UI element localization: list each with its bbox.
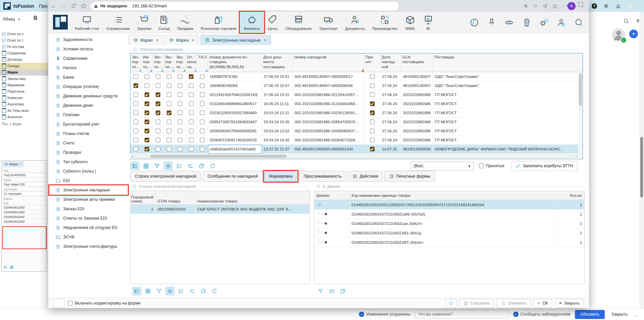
gln-cell[interactable]: 2021023981686: [401, 90, 433, 99]
row-checkbox[interactable]: [145, 129, 149, 133]
row-checkbox[interactable]: [189, 83, 194, 88]
doc-tree-item[interactable]: Заказы мар: [0, 76, 48, 82]
close-tab-icon[interactable]: ✕: [263, 38, 267, 43]
sidebar-item-2[interactable]: Условия оплаты: [50, 44, 127, 54]
sidebar-item-11[interactable]: Планы счетов: [50, 129, 127, 138]
tree-row[interactable]: 0144810012002435112505291726012431030035…: [314, 200, 584, 210]
tree-column-header[interactable]: Код маркировки единицы товара: [350, 191, 557, 200]
checkbox[interactable]: [2, 39, 6, 42]
table-row[interactable]: 032301265915931708946029.03.24 12:11002-…: [130, 108, 583, 118]
doc-date-cell[interactable]: 27.06.24 10:31: [262, 90, 293, 99]
doc-tree-item[interactable]: Комиссии: [0, 95, 48, 101]
settings-gears-icon[interactable]: [539, 18, 549, 27]
doc-tree-item[interactable]: Марки: [0, 69, 48, 76]
supplier-cell[interactable]: ГП МОГОСТ: [433, 108, 583, 118]
doc-tree-item[interactable]: Аа Типы анал: [0, 107, 48, 114]
row-checkbox[interactable]: [145, 120, 149, 124]
column-header-2[interactable]: Им-пор-ти-…: [142, 53, 153, 72]
row-checkbox[interactable]: [133, 120, 138, 124]
doc-number-cell[interactable]: 0206407230917453316015: [208, 136, 262, 145]
module-1[interactable]: Рабочий стол: [71, 12, 103, 33]
share-icon[interactable]: [542, 3, 548, 9]
invoice-date-cell[interactable]: 14.07.25: [380, 145, 401, 154]
checkbox[interactable]: [2, 32, 6, 36]
collapse-icon[interactable]: [132, 184, 137, 189]
invoice-number-cell[interactable]: 002-2021023981686-03230126591…: [293, 108, 364, 118]
sidebar-item-22[interactable]: ЭСЧФ: [50, 232, 127, 242]
module-4[interactable]: Склад: [155, 12, 173, 33]
sidebar-item-21[interactable]: Уведомления об отгрузке ED: [50, 223, 127, 232]
supplier-cell[interactable]: ГП МОГОСТ: [433, 127, 583, 136]
page-scrollbar[interactable]: [639, 12, 644, 320]
row-checkbox[interactable]: [133, 101, 138, 106]
tree-row[interactable]: 0104810012002437212U50Zzax□93h2=r1: [314, 219, 584, 228]
row-checkbox[interactable]: [167, 110, 171, 115]
row-checkbox[interactable]: [189, 129, 194, 133]
row-checkbox[interactable]: [156, 92, 160, 97]
doc-number-cell[interactable]: 0212941935704611836140(: [208, 90, 262, 99]
row-checkbox[interactable]: [133, 138, 138, 142]
row-checkbox[interactable]: [200, 74, 205, 79]
doc-date-cell[interactable]: 27.06.24 15:57: [262, 81, 293, 90]
invoice-date-cell[interactable]: 27.06.24: [380, 72, 401, 81]
module-10[interactable]: Транспорт: [315, 12, 341, 33]
table-row[interactable]: 020650606379949305828129.03.24 13:22002-…: [130, 127, 583, 136]
row-checkbox[interactable]: [156, 110, 160, 115]
fullscreen-icon[interactable]: [578, 1, 584, 7]
row-checkbox[interactable]: [167, 120, 171, 124]
settings-gear-icon[interactable]: [165, 287, 175, 295]
sidebar-item-9[interactable]: Платежи: [50, 110, 127, 120]
gln-cell[interactable]: 4810012900030: [401, 145, 433, 154]
change-comment-input[interactable]: [415, 310, 508, 319]
sidebar-item-13[interactable]: Проводки: [50, 148, 127, 157]
doc-tree-item[interactable]: Справочник: [0, 50, 48, 56]
doc-date-cell[interactable]: 29.03.24 13:22: [262, 127, 293, 136]
column-header-4[interactable]: Экс-пор-ти-…: [164, 53, 175, 72]
invoice-number-cell[interactable]: 002-4819000140007-0000000017: [293, 72, 364, 81]
row-checkbox[interactable]: [189, 138, 194, 142]
doc-number-cell[interactable]: 0323012659159317089460: [208, 108, 262, 118]
column-header-7[interactable]: ТН-2: [197, 53, 208, 72]
sidebar-item-6[interactable]: Операции (платеж): [50, 82, 127, 91]
row-checkbox[interactable]: [156, 138, 160, 142]
expand-all-icon[interactable]: [338, 287, 347, 295]
table-horizontal-scrollbar[interactable]: ◂ ▸: [130, 154, 578, 158]
sidebar-item-10[interactable]: Бухгалтерский учет: [50, 120, 127, 129]
tree-column-header[interactable]: Кол-во: [557, 191, 584, 200]
collapse-icon[interactable]: [316, 184, 321, 189]
view-list-icon[interactable]: [130, 162, 140, 170]
sidebar-item-12[interactable]: Счета: [50, 138, 127, 148]
column-header-1[interactable]: Экс-пор-ти-…: [130, 53, 142, 72]
supplier-cell[interactable]: ГП МОГОСТ: [433, 136, 583, 145]
url-text[interactable]: 192.168.42.5/main: [132, 4, 167, 8]
back-icon[interactable]: ←: [48, 3, 58, 9]
row-checkbox[interactable]: [189, 92, 194, 97]
sidebar-item-23[interactable]: Электронные счета-фактуры: [50, 242, 127, 251]
open-window-icon[interactable]: [197, 162, 206, 170]
row-checkbox[interactable]: [167, 92, 171, 97]
sidebar-item-3[interactable]: $Справочники: [50, 54, 127, 63]
line-row[interactable]: 14810268031939СЫР БРЕСТ-ЛИТОВСК 45% ВЫДЕ…: [130, 205, 310, 214]
column-header-11[interactable]: При-нят: [364, 53, 380, 72]
invoice-number-cell[interactable]: 002-2021023981686-01316693468…: [293, 99, 364, 108]
settings-gear-icon[interactable]: [603, 3, 609, 9]
settings-gear-icon[interactable]: [163, 162, 173, 170]
column-header-8[interactable]: Номер документа по-ставщика(BLRWBL/BLRDL…: [208, 53, 262, 72]
gln-cell[interactable]: 4819000140007: [401, 81, 433, 90]
tree-collapse-icon[interactable]: [317, 202, 322, 207]
table-vertical-scrollbar[interactable]: [578, 72, 583, 159]
security-badge[interactable]: Не защищено: [100, 4, 127, 8]
line-column-header[interactable]: Порядковый номер: [130, 191, 156, 204]
row-checkbox[interactable]: [167, 147, 171, 151]
row-checkbox[interactable]: [145, 74, 149, 79]
doc-date-cell[interactable]: 27.06.24 15:51: [262, 72, 293, 81]
row-checkbox[interactable]: [200, 110, 205, 115]
accepted-checkbox[interactable]: [370, 74, 375, 79]
tree-row[interactable]: 0104810012002437212U50ZzaW□93c%Dj1: [314, 210, 584, 219]
detail-tab-5[interactable]: Действия: [348, 171, 383, 182]
accepted-checkbox[interactable]: [370, 138, 375, 142]
accepted-checkbox[interactable]: [370, 129, 375, 133]
gln-cell[interactable]: 2021023981686: [401, 99, 433, 108]
module-11[interactable]: Документы: [341, 12, 369, 33]
row-checkbox[interactable]: [200, 92, 205, 97]
